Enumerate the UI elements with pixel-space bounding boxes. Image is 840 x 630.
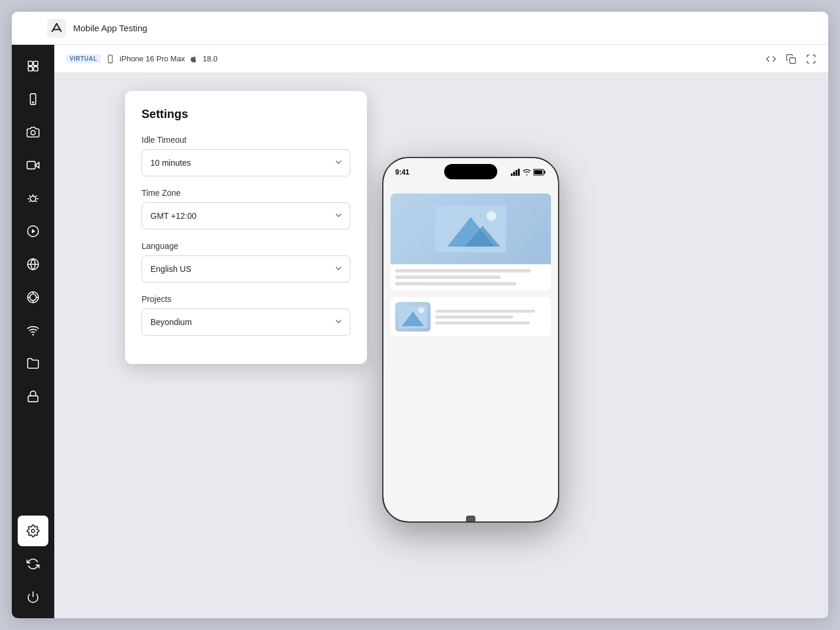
small-mountain-image <box>399 306 427 328</box>
svg-point-40 <box>418 307 424 313</box>
svg-rect-0 <box>47 19 66 38</box>
phone-status-bar: 9:41 <box>383 158 558 186</box>
sidebar-item-media[interactable] <box>18 216 48 247</box>
device-toolbar: VIRTUAL iPhone 16 Pro Max 18.0 <box>54 45 828 73</box>
svg-rect-3 <box>28 67 32 71</box>
svg-rect-2 <box>34 61 38 65</box>
phone-icon <box>106 54 115 64</box>
time-zone-select[interactable]: GMT -12:00 GMT -8:00 GMT +0:00 GMT +5:30… <box>142 202 350 229</box>
main-layout: VIRTUAL iPhone 16 Pro Max 18.0 <box>12 45 828 618</box>
svg-marker-8 <box>35 162 39 168</box>
phone-status-icons <box>511 169 546 176</box>
idle-timeout-field: Idle Timeout 5 minutes 10 minutes 15 min… <box>142 135 350 176</box>
idle-timeout-select[interactable]: 5 minutes 10 minutes 15 minutes 30 minut… <box>142 149 350 176</box>
time-zone-select-wrapper: GMT -12:00 GMT -8:00 GMT +0:00 GMT +5:30… <box>142 202 350 229</box>
svg-rect-29 <box>516 170 517 176</box>
text-line-3 <box>395 282 516 286</box>
sidebar-item-network[interactable] <box>18 315 48 346</box>
phone-screen: 9:41 <box>383 158 558 521</box>
app-logo <box>47 19 66 38</box>
svg-rect-27 <box>511 173 513 176</box>
mountain-image <box>435 205 506 252</box>
sidebar-item-device[interactable] <box>18 84 48 114</box>
svg-rect-30 <box>518 169 520 176</box>
expand-icon[interactable] <box>806 54 816 64</box>
projects-field: Projects Beyondium Project Alpha Project… <box>142 294 350 336</box>
phone-cable <box>466 516 475 523</box>
sidebar <box>12 45 54 618</box>
projects-select[interactable]: Beyondium Project Alpha Project Beta <box>142 309 350 336</box>
settings-panel: Settings Idle Timeout 5 minutes 10 minut… <box>125 91 367 364</box>
svg-marker-12 <box>32 229 35 233</box>
language-select[interactable]: English US English UK Spanish French Ger… <box>142 255 350 283</box>
text-line-2 <box>395 275 501 279</box>
phone-image-small <box>395 302 431 332</box>
svg-point-10 <box>30 196 35 201</box>
time-zone-label: Time Zone <box>142 188 350 198</box>
device-name: iPhone 16 Pro Max <box>120 54 185 63</box>
text-line-1 <box>395 269 531 273</box>
phone-time: 9:41 <box>395 168 409 176</box>
sidebar-item-app[interactable] <box>18 51 48 81</box>
small-text-line-1 <box>435 310 535 313</box>
svg-rect-28 <box>513 172 515 176</box>
phone-small-text-lines <box>435 302 546 332</box>
app-title: Mobile App Testing <box>73 23 147 33</box>
copy-icon[interactable] <box>786 54 796 64</box>
wifi-icon <box>523 169 531 176</box>
phone-content <box>383 186 558 350</box>
code-icon[interactable] <box>766 54 776 64</box>
apple-icon <box>189 55 198 63</box>
settings-panel-title: Settings <box>142 107 350 121</box>
sidebar-item-bug[interactable] <box>18 183 48 214</box>
language-field: Language English US English UK Spanish F… <box>142 241 350 283</box>
svg-rect-25 <box>109 55 113 63</box>
sidebar-item-camera[interactable] <box>18 117 48 147</box>
svg-rect-33 <box>534 170 543 175</box>
svg-point-7 <box>31 130 35 134</box>
svg-point-37 <box>487 211 496 221</box>
sidebar-item-globe[interactable] <box>18 249 48 280</box>
time-zone-field: Time Zone GMT -12:00 GMT -8:00 GMT +0:00… <box>142 188 350 229</box>
virtual-badge: VIRTUAL <box>66 54 101 63</box>
phone-image-large <box>391 193 551 264</box>
os-version: 18.0 <box>202 54 217 63</box>
svg-rect-4 <box>34 67 38 71</box>
phone-mockup: 9:41 <box>382 157 559 523</box>
svg-point-16 <box>30 294 37 301</box>
svg-rect-22 <box>28 396 38 402</box>
language-label: Language <box>142 241 350 251</box>
sidebar-item-power[interactable] <box>18 582 48 612</box>
idle-timeout-label: Idle Timeout <box>142 135 350 145</box>
content-area: VIRTUAL iPhone 16 Pro Max 18.0 <box>54 45 828 618</box>
svg-rect-9 <box>27 162 35 169</box>
sidebar-item-sync[interactable] <box>18 549 48 579</box>
svg-rect-26 <box>790 57 796 63</box>
phone-dynamic-island <box>444 164 497 179</box>
svg-rect-1 <box>28 61 32 65</box>
small-text-line-3 <box>435 321 530 324</box>
sidebar-item-settings[interactable] <box>18 516 48 546</box>
toolbar-actions <box>766 54 816 64</box>
language-select-wrapper: English US English UK Spanish French Ger… <box>142 255 350 283</box>
battery-icon <box>533 169 546 176</box>
idle-timeout-select-wrapper: 5 minutes 10 minutes 15 minutes 30 minut… <box>142 149 350 176</box>
signal-icon <box>511 169 520 176</box>
svg-point-23 <box>31 529 35 533</box>
device-info: VIRTUAL iPhone 16 Pro Max 18.0 <box>66 54 218 64</box>
phone-area: Settings Idle Timeout 5 minutes 10 minut… <box>54 73 828 618</box>
sidebar-item-folder[interactable] <box>18 348 48 379</box>
menu-button[interactable] <box>21 19 40 38</box>
sidebar-item-lock[interactable] <box>18 381 48 412</box>
svg-rect-32 <box>544 171 546 174</box>
svg-point-6 <box>32 102 34 103</box>
projects-select-wrapper: Beyondium Project Alpha Project Beta <box>142 309 350 336</box>
titlebar: Mobile App Testing <box>12 12 828 45</box>
phone-card-small <box>391 297 551 336</box>
small-text-line-2 <box>435 316 513 319</box>
app-window: Mobile App Testing <box>12 12 828 618</box>
phone-card-large <box>391 193 551 290</box>
projects-label: Projects <box>142 294 350 304</box>
sidebar-item-video[interactable] <box>18 150 48 181</box>
sidebar-item-target[interactable] <box>18 282 48 313</box>
